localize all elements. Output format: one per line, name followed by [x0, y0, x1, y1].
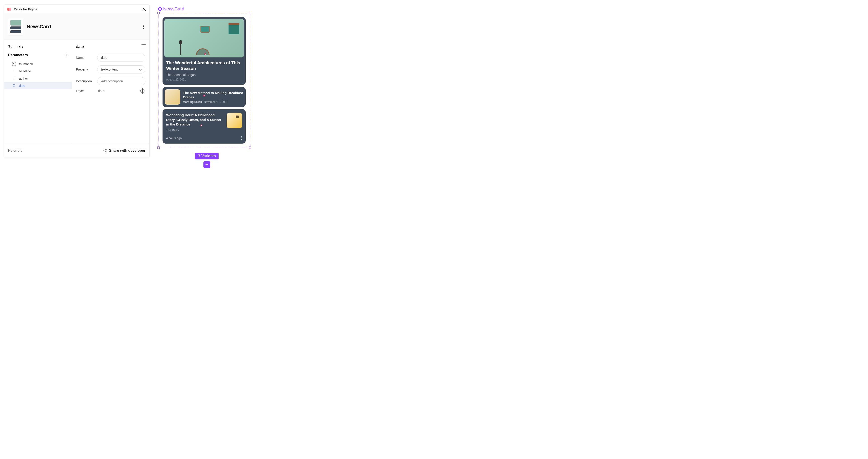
text-icon: T — [12, 69, 16, 73]
relay-logo-icon — [7, 8, 12, 11]
component-thumbnail — [8, 18, 24, 35]
description-input[interactable] — [97, 77, 145, 85]
headline-text: Wondering Hour: A Childhood Story, Grizz… — [166, 113, 224, 127]
headline-text: The New Method to Making Breakfast Crepe… — [183, 91, 243, 99]
resize-handle-bl[interactable] — [157, 147, 160, 149]
property-select[interactable]: text-content — [97, 65, 145, 73]
author-text: Morning Break — [183, 100, 202, 103]
author-text: The Seasonal Sagas — [166, 73, 242, 76]
figma-canvas: NewsCard The Wonderful Architectures of … — [158, 6, 255, 168]
newscard-hero-variant[interactable]: The Wonderful Architectures of This Wint… — [162, 17, 246, 85]
name-label: Name — [76, 56, 97, 59]
component-header: NewsCard — [4, 14, 149, 40]
detail-pane: date Name Property text-content Descript… — [72, 40, 149, 144]
resize-handle-tr[interactable] — [249, 12, 251, 14]
panel-header: Relay for Figma — [4, 5, 149, 14]
component-name: NewsCard — [27, 24, 143, 30]
share-label: Share with developer — [109, 149, 145, 153]
param-headline[interactable]: T headline — [4, 68, 72, 75]
relay-panel: Relay for Figma NewsCard Summary Paramet… — [4, 4, 150, 157]
overflow-menu-icon[interactable] — [143, 25, 144, 29]
detail-title: date — [76, 44, 84, 49]
plugin-title-wrap: Relay for Figma — [7, 7, 37, 11]
layer-value: date — [98, 89, 104, 93]
resize-handle-br[interactable] — [249, 147, 251, 149]
delete-icon[interactable] — [142, 45, 145, 49]
description-label: Description — [76, 79, 97, 83]
variants-badge: 3 Variants — [195, 153, 219, 159]
image-icon — [12, 62, 16, 66]
date-text: November 10, 2021 — [204, 100, 228, 103]
author-text: The Bees — [166, 128, 224, 132]
resize-handle-tl[interactable] — [157, 12, 160, 14]
param-label: author — [19, 76, 28, 80]
share-button[interactable]: Share with developer — [103, 149, 145, 153]
card-overflow-icon[interactable] — [241, 136, 242, 140]
component-frame[interactable]: The Wonderful Architectures of This Wint… — [158, 13, 250, 148]
date-text: August 25, 2021 — [166, 78, 242, 81]
headline-text: The Wonderful Architectures of This Wint… — [166, 60, 242, 71]
parameters-heading: Parameters — [8, 53, 28, 57]
selection-marker-icon — [204, 53, 206, 55]
date-text: 4 hours ago — [166, 136, 182, 140]
property-value: text-content — [101, 68, 118, 71]
newscard-vertical-variant[interactable]: Wondering Hour: A Childhood Story, Grizz… — [162, 109, 246, 144]
layer-label: Layer — [76, 89, 97, 93]
param-label: date — [19, 84, 25, 88]
add-parameter-button[interactable]: + — [65, 52, 68, 58]
share-icon — [103, 149, 107, 152]
component-set-icon — [158, 6, 163, 11]
frame-label[interactable]: NewsCard — [158, 6, 255, 11]
property-label: Property — [76, 68, 97, 71]
chevron-down-icon — [139, 67, 142, 70]
text-icon: T — [12, 76, 16, 80]
row-thumbnail — [165, 89, 180, 105]
name-input[interactable] — [97, 54, 145, 62]
newscard-row-variant[interactable]: The New Method to Making Breakfast Crepe… — [162, 87, 246, 107]
param-label: headline — [19, 69, 31, 73]
panel-footer: No errors Share with developer — [4, 144, 149, 157]
param-label: thumbnail — [19, 62, 33, 66]
plugin-name: Relay for Figma — [13, 7, 37, 11]
locate-layer-icon[interactable] — [141, 89, 145, 93]
add-variant-button[interactable]: + — [204, 161, 210, 168]
summary-tab[interactable]: Summary — [4, 44, 72, 52]
status-text: No errors — [8, 149, 22, 152]
sidebar: Summary Parameters + thumbnail T headlin… — [4, 40, 72, 144]
param-date[interactable]: T date — [4, 82, 72, 89]
hero-thumbnail — [164, 19, 244, 57]
text-icon: T — [12, 84, 16, 88]
param-author[interactable]: T author — [4, 75, 72, 82]
close-icon[interactable] — [142, 7, 146, 11]
param-thumbnail[interactable]: thumbnail — [4, 60, 72, 68]
vert-thumbnail — [227, 113, 242, 128]
